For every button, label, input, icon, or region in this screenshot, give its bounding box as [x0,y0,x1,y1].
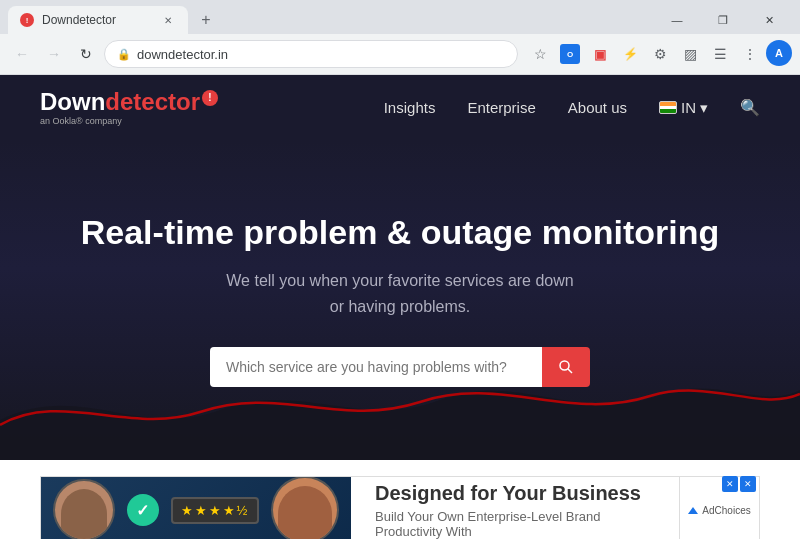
hero-title: Real-time problem & outage monitoring [81,213,719,252]
nav-enterprise[interactable]: Enterprise [467,99,535,116]
nav-region[interactable]: IN ▾ [659,99,708,117]
tab-title: Downdetector [42,13,116,27]
address-bar[interactable]: 🔒 downdetector.in [104,40,518,68]
ad-check-icon: ✓ [127,494,159,526]
region-chevron-icon: ▾ [700,99,708,117]
adchoices-content: AdChoices [688,505,750,516]
website-content: Downdetector! an Ookla® company Insights… [0,75,800,539]
india-flag-icon [659,101,677,114]
back-button[interactable]: ← [8,40,36,68]
dd-logo-down: Down [40,88,105,115]
dd-navbar: Downdetector! an Ookla® company Insights… [0,75,800,140]
ad-block-icon[interactable]: ▣ [586,40,614,68]
hero-subtitle-line1: We tell you when your favorite services … [226,272,573,289]
hero-search-input[interactable] [210,347,542,387]
ad-close-area: ✕ ✕ [722,476,756,492]
tab-bar: ! Downdetector ✕ + — ❐ ✕ [0,0,800,34]
ookla-icon[interactable]: O [556,40,584,68]
navbar-search-icon[interactable]: 🔍 [740,98,760,117]
ad-banner[interactable]: ✓ ★★★★½ Designed for Your Business Build… [40,476,680,539]
window-controls: — ❐ ✕ [654,3,800,37]
search-icon [558,359,574,375]
split-view-icon[interactable]: ▨ [676,40,704,68]
restore-button[interactable]: ❐ [700,3,746,37]
svg-line-1 [568,369,572,373]
new-tab-button[interactable]: + [192,6,220,34]
dd-exclaim-badge: ! [202,90,218,106]
address-bar-row: ← → ↻ 🔒 downdetector.in ☆ O ▣ ⚡ ⚙ ▨ ☰ ⋮ … [0,34,800,74]
dd-logo-detector: detector [105,88,200,115]
browser-chrome: ! Downdetector ✕ + — ❐ ✕ ← → ↻ 🔒 downdet… [0,0,800,75]
profile-button[interactable]: A [766,40,792,66]
ad-stars: ★★★★½ [171,497,260,524]
svg-point-0 [560,361,569,370]
reload-button[interactable]: ↻ [72,40,100,68]
ookla-badge: O [560,44,580,64]
adchoices-label: AdChoices [702,505,750,516]
dd-logo-sub: an Ookla® company [40,116,218,126]
minimize-button[interactable]: — [654,3,700,37]
tab-favicon: ! [20,13,34,27]
browser-actions: ☆ O ▣ ⚡ ⚙ ▨ ☰ ⋮ A [522,40,792,68]
extensions-icon[interactable]: ⚙ [646,40,674,68]
tab-close-button[interactable]: ✕ [160,12,176,28]
active-tab[interactable]: ! Downdetector ✕ [8,6,188,34]
hero-subtitle-line2: or having problems. [330,298,471,315]
region-label: IN [681,99,696,116]
forward-button[interactable]: → [40,40,68,68]
sidebar-icon[interactable]: ☰ [706,40,734,68]
ad-stars-rating: ★★★★½ [171,497,260,524]
ad-close-button[interactable]: ✕ [722,476,738,492]
close-window-button[interactable]: ✕ [746,3,792,37]
hero-search-form [210,347,590,387]
lock-icon: 🔒 [117,48,131,61]
ad-content-subtitle: Build Your Own Enterprise-Level Brand Pr… [375,509,655,539]
ad-x2-button[interactable]: ✕ [740,476,756,492]
dd-logo[interactable]: Downdetector! an Ookla® company [40,90,218,126]
ad-person1 [53,479,115,539]
dd-logo-text: Downdetector! [40,90,218,114]
translate-icon[interactable]: ⚡ [616,40,644,68]
bookmark-icon[interactable]: ☆ [526,40,554,68]
adchoices-triangle-icon [688,507,698,514]
ad-person2 [271,476,339,539]
menu-icon[interactable]: ⋮ [736,40,764,68]
nav-about[interactable]: About us [568,99,627,116]
hero-section: Real-time problem & outage monitoring We… [0,140,800,460]
ad-image-section: ✓ ★★★★½ [41,477,351,539]
dd-nav-links: Insights Enterprise About us IN ▾ 🔍 [384,98,760,117]
ad-content-title: Designed for Your Business [375,482,655,505]
ad-content: Designed for Your Business Build Your Ow… [351,476,679,539]
nav-insights[interactable]: Insights [384,99,436,116]
url-text: downdetector.in [137,47,228,62]
hero-search-button[interactable] [542,347,590,387]
hero-subtitle: We tell you when your favorite services … [226,268,573,319]
ad-section: ✕ ✕ ✓ ★★★★½ Designed for [0,460,800,539]
